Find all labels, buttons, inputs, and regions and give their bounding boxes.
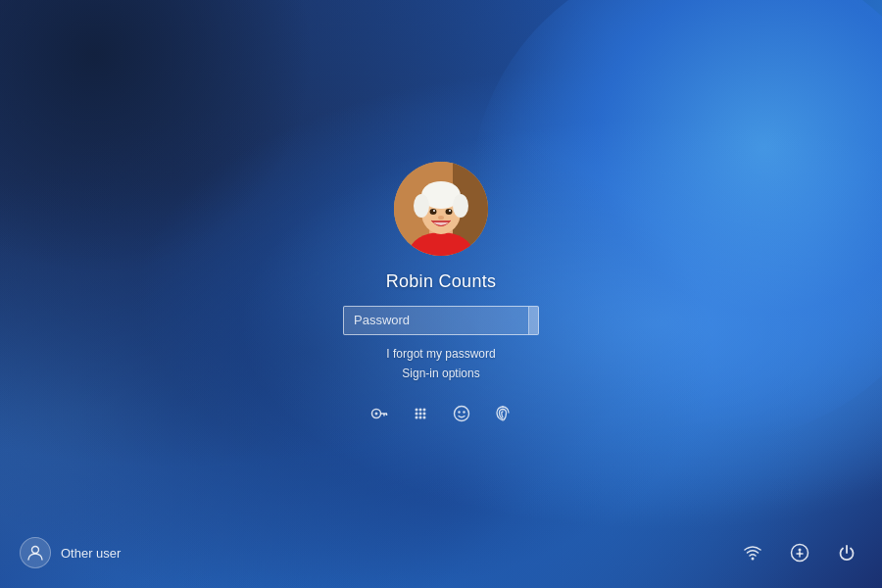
svg-point-22 <box>416 412 418 415</box>
svg-point-30 <box>463 411 465 413</box>
svg-point-19 <box>416 408 418 411</box>
login-panel: Robin Counts → I forgot my password Sign… <box>343 162 539 427</box>
fingerprint-icon <box>494 405 512 422</box>
fingerprint-signin-button[interactable] <box>489 400 516 427</box>
forgot-password-link[interactable]: I forgot my password <box>386 347 495 361</box>
password-field-container: → <box>343 306 539 335</box>
svg-point-12 <box>449 210 451 212</box>
accessibility-icon <box>790 543 809 563</box>
key-signin-button[interactable] <box>366 400 393 427</box>
face-signin-button[interactable] <box>448 400 475 427</box>
svg-point-13 <box>438 216 444 220</box>
wifi-icon <box>743 543 762 563</box>
accessibility-button[interactable] <box>784 537 815 568</box>
pin-signin-button[interactable] <box>407 400 434 427</box>
svg-point-23 <box>419 412 422 415</box>
signin-options-link[interactable]: Sign-in options <box>402 367 479 380</box>
face-icon <box>453 405 470 422</box>
other-user-label: Other user <box>61 546 121 561</box>
svg-point-15 <box>375 412 378 415</box>
password-input[interactable] <box>344 307 528 333</box>
svg-point-28 <box>455 406 469 420</box>
person-icon <box>26 544 44 562</box>
svg-point-7 <box>414 194 429 218</box>
username-label: Robin Counts <box>386 271 497 292</box>
svg-point-27 <box>423 416 426 418</box>
svg-point-25 <box>416 416 418 418</box>
pin-icon <box>412 405 429 422</box>
submit-button[interactable]: → <box>528 307 539 334</box>
svg-point-21 <box>423 408 426 411</box>
svg-point-9 <box>430 209 437 215</box>
svg-point-32 <box>752 558 755 561</box>
user-avatar <box>394 162 488 256</box>
signin-methods <box>366 400 516 427</box>
other-user-section[interactable]: Other user <box>20 537 121 568</box>
svg-point-24 <box>423 412 426 415</box>
svg-point-11 <box>433 210 435 212</box>
svg-point-10 <box>446 209 453 215</box>
power-button[interactable] <box>831 537 862 568</box>
other-user-avatar <box>20 537 51 568</box>
svg-point-26 <box>419 416 422 418</box>
main-content: Robin Counts → I forgot my password Sign… <box>0 0 882 588</box>
key-icon <box>370 405 388 422</box>
wifi-button[interactable] <box>737 537 768 568</box>
system-icons <box>737 537 862 568</box>
svg-point-34 <box>799 549 802 552</box>
svg-point-20 <box>419 408 422 411</box>
svg-point-31 <box>32 547 39 554</box>
svg-point-29 <box>458 411 460 413</box>
svg-point-8 <box>453 194 468 218</box>
power-icon <box>837 543 857 563</box>
